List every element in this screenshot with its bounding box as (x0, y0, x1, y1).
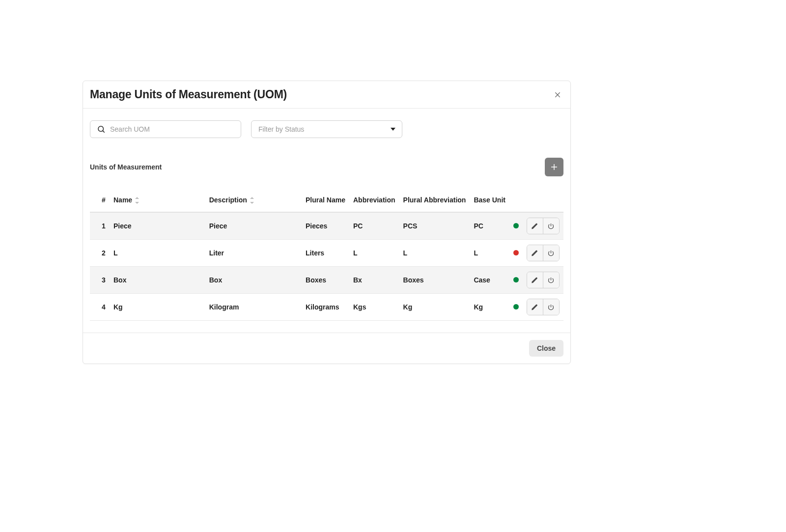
row-actions (527, 218, 560, 234)
cell-index: 3 (90, 267, 110, 294)
cell-index: 2 (90, 240, 110, 267)
pencil-icon (531, 223, 538, 230)
status-filter-wrap: Filter by Status (251, 120, 402, 138)
cell-plural-name: Pieces (302, 212, 349, 240)
th-abbreviation-label: Abbreviation (353, 196, 395, 204)
cell-description: Piece (205, 212, 302, 240)
cell-actions (523, 212, 563, 240)
cell-plural-name: Kilograms (302, 294, 349, 321)
th-plural-name[interactable]: Plural Name (302, 188, 349, 212)
modal-footer: Close (83, 333, 570, 364)
cell-name: Box (110, 267, 205, 294)
table-row: 4 Kg Kilogram Kilograms Kgs Kg Kg (90, 294, 563, 321)
status-dot-active-icon (513, 304, 519, 309)
th-index-label: # (102, 196, 106, 204)
uom-table: # Name Description Plural Name Abbreviat… (90, 188, 563, 321)
search-input[interactable] (90, 120, 241, 138)
cell-abbreviation: Bx (349, 267, 399, 294)
cell-plural-abbreviation: Kg (399, 294, 470, 321)
status-dot-active-icon (513, 223, 519, 228)
cell-base-unit: PC (470, 212, 509, 240)
pencil-icon (531, 304, 538, 311)
cell-plural-abbreviation: L (399, 240, 470, 267)
close-icon-button[interactable] (552, 89, 563, 101)
status-filter-select[interactable]: Filter by Status (251, 120, 402, 138)
add-uom-button[interactable] (545, 158, 563, 176)
edit-button[interactable] (527, 272, 543, 288)
th-base-unit[interactable]: Base Unit (470, 188, 509, 212)
cell-status (509, 294, 523, 321)
close-button[interactable]: Close (529, 340, 563, 357)
th-status (509, 188, 523, 212)
row-actions (527, 245, 560, 261)
cell-plural-name: Liters (302, 240, 349, 267)
cell-status (509, 240, 523, 267)
th-name-label: Name (113, 196, 132, 204)
modal-body: Filter by Status Units of Measurement # … (83, 109, 570, 333)
power-icon (547, 250, 555, 257)
toggle-status-button[interactable] (543, 245, 559, 261)
cell-base-unit: Case (470, 267, 509, 294)
svg-line-3 (103, 131, 104, 132)
cell-actions (523, 267, 563, 294)
toggle-status-button[interactable] (543, 218, 559, 234)
th-base-unit-label: Base Unit (474, 196, 505, 204)
power-icon (547, 223, 555, 230)
toggle-status-button[interactable] (543, 272, 559, 288)
sort-icon (135, 197, 140, 204)
power-icon (547, 304, 555, 311)
th-plural-abbreviation-label: Plural Abbreviation (403, 196, 466, 204)
cell-actions (523, 294, 563, 321)
cell-abbreviation: Kgs (349, 294, 399, 321)
pencil-icon (531, 250, 538, 257)
row-actions (527, 272, 560, 288)
th-name[interactable]: Name (110, 188, 205, 212)
table-row: 2 L Liter Liters L L L (90, 240, 563, 267)
toggle-status-button[interactable] (543, 299, 559, 315)
cell-plural-abbreviation: PCS (399, 212, 470, 240)
cell-index: 1 (90, 212, 110, 240)
section-title: Units of Measurement (90, 163, 162, 171)
table-body: 1 Piece Piece Pieces PC PCS PC (90, 212, 563, 321)
th-plural-abbreviation[interactable]: Plural Abbreviation (399, 188, 470, 212)
section-row: Units of Measurement (90, 158, 563, 176)
cell-status (509, 267, 523, 294)
modal-title: Manage Units of Measurement (UOM) (90, 88, 287, 101)
search-wrap (90, 120, 241, 138)
cell-name: Kg (110, 294, 205, 321)
cell-plural-name: Boxes (302, 267, 349, 294)
edit-button[interactable] (527, 218, 543, 234)
chevron-down-icon (391, 128, 395, 131)
power-icon (547, 277, 555, 284)
search-icon (97, 125, 106, 134)
th-description[interactable]: Description (205, 188, 302, 212)
status-dot-active-icon (513, 277, 519, 282)
manage-uom-modal: Manage Units of Measurement (UOM) Filter… (83, 81, 571, 364)
th-description-label: Description (209, 196, 247, 204)
table-header-row: # Name Description Plural Name Abbreviat… (90, 188, 563, 212)
cell-name: L (110, 240, 205, 267)
modal-header: Manage Units of Measurement (UOM) (83, 81, 570, 109)
status-dot-inactive-icon (513, 250, 519, 255)
cell-description: Liter (205, 240, 302, 267)
th-abbreviation[interactable]: Abbreviation (349, 188, 399, 212)
cell-actions (523, 240, 563, 267)
cell-base-unit: Kg (470, 294, 509, 321)
sort-icon (250, 197, 255, 204)
cell-abbreviation: PC (349, 212, 399, 240)
table-row: 3 Box Box Boxes Bx Boxes Case (90, 267, 563, 294)
table-row: 1 Piece Piece Pieces PC PCS PC (90, 212, 563, 240)
cell-status (509, 212, 523, 240)
row-actions (527, 299, 560, 315)
cell-description: Kilogram (205, 294, 302, 321)
cell-index: 4 (90, 294, 110, 321)
controls-row: Filter by Status (90, 120, 563, 138)
th-index[interactable]: # (90, 188, 110, 212)
edit-button[interactable] (527, 299, 543, 315)
edit-button[interactable] (527, 245, 543, 261)
cell-abbreviation: L (349, 240, 399, 267)
cell-base-unit: L (470, 240, 509, 267)
plus-icon (550, 163, 559, 171)
cell-description: Box (205, 267, 302, 294)
pencil-icon (531, 277, 538, 284)
